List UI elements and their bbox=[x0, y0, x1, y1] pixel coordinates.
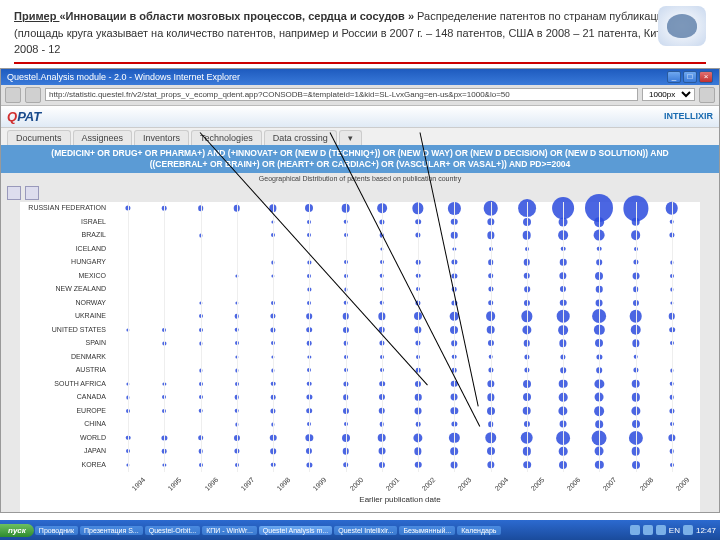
y-label: DENMARK bbox=[71, 353, 106, 360]
x-label: 2006 bbox=[566, 476, 582, 492]
task-item[interactable]: Проводник bbox=[35, 526, 78, 535]
tray-icon[interactable] bbox=[643, 525, 653, 535]
tab-more[interactable]: ▾ bbox=[339, 130, 362, 145]
y-label: JAPAN bbox=[84, 447, 106, 454]
x-label: 2001 bbox=[384, 476, 400, 492]
forward-button[interactable] bbox=[25, 87, 41, 103]
tab-documents[interactable]: Documents bbox=[7, 130, 71, 145]
maximize-button[interactable]: □ bbox=[683, 71, 697, 83]
y-label: RUSSIAN FEDERATION bbox=[28, 204, 106, 211]
tab-inventors[interactable]: Inventors bbox=[134, 130, 189, 145]
address-bar[interactable]: http://statistic.questel.fr/v2/stat_prop… bbox=[45, 88, 638, 101]
y-label: KOREA bbox=[81, 461, 106, 468]
y-label: UNITED STATES bbox=[52, 326, 106, 333]
task-item[interactable]: КПИ - WinWr... bbox=[202, 526, 257, 535]
y-label: ICELAND bbox=[76, 245, 106, 252]
windows-taskbar[interactable]: пуск Проводник Презентация S... Questel-… bbox=[0, 520, 720, 540]
task-item-active[interactable]: Questel Analysis m... bbox=[259, 526, 332, 535]
y-label: ISRAEL bbox=[81, 218, 106, 225]
x-label: 1999 bbox=[312, 476, 328, 492]
y-label: CANADA bbox=[77, 393, 106, 400]
x-label: 1996 bbox=[203, 476, 219, 492]
qpat-logo[interactable]: QPAT bbox=[7, 109, 41, 124]
query-display: (MEDICIN+ OR DRUG+ OR PHARMA+) AND (+INN… bbox=[1, 145, 719, 173]
y-label: MEXICO bbox=[78, 272, 106, 279]
plot-area bbox=[110, 202, 690, 472]
header-title: «Инновации в области мозговых процессов,… bbox=[59, 10, 414, 22]
query-line2: ((CEREBRAL+ OR BRAIN+) OR (HEART+ OR CAR… bbox=[5, 159, 715, 170]
task-item[interactable]: Questel-Orbit... bbox=[145, 526, 200, 535]
export-icon[interactable] bbox=[7, 186, 21, 200]
x-label: 2007 bbox=[602, 476, 618, 492]
zoom-select[interactable]: 1000px bbox=[642, 88, 695, 101]
lang-indicator[interactable]: EN bbox=[669, 526, 680, 535]
red-divider bbox=[14, 62, 706, 64]
browser-window: Questel.Analysis module - 2.0 - Windows … bbox=[0, 68, 720, 513]
y-label: NORWAY bbox=[75, 299, 106, 306]
y-label: EUROPE bbox=[76, 407, 106, 414]
x-label: 2005 bbox=[529, 476, 545, 492]
y-label: SOUTH AFRICA bbox=[54, 380, 106, 387]
task-item[interactable]: Календарь bbox=[457, 526, 500, 535]
tray-icon[interactable] bbox=[683, 525, 693, 535]
x-label: 1997 bbox=[239, 476, 255, 492]
go-button[interactable] bbox=[699, 87, 715, 103]
x-label: 2003 bbox=[457, 476, 473, 492]
chart-subtitle: Geographical Distribution of patents bas… bbox=[1, 173, 719, 184]
start-button[interactable]: пуск bbox=[0, 524, 34, 537]
x-label: 2004 bbox=[493, 476, 509, 492]
y-label: BRAZIL bbox=[81, 231, 106, 238]
app-tabs: Documents Assignees Inventors Technologi… bbox=[1, 128, 719, 145]
tab-technologies[interactable]: Technologies bbox=[191, 130, 262, 145]
y-label: NEW ZEALAND bbox=[55, 285, 106, 292]
close-button[interactable]: × bbox=[699, 71, 713, 83]
app-header: QPAT INTELLIXIR bbox=[1, 106, 719, 128]
y-axis: RUSSIAN FEDERATIONISRAELBRAZILICELANDHUN… bbox=[20, 202, 110, 472]
tray-icon[interactable] bbox=[656, 525, 666, 535]
task-item[interactable]: Questel Intellixir... bbox=[334, 526, 397, 535]
x-label: 2008 bbox=[638, 476, 654, 492]
x-label: 1994 bbox=[131, 476, 147, 492]
header-prefix: Пример bbox=[14, 10, 59, 22]
x-label: 2002 bbox=[421, 476, 437, 492]
x-axis-title: Earlier publication date bbox=[359, 495, 440, 504]
clock[interactable]: 12:47 bbox=[696, 526, 716, 535]
x-label: 2000 bbox=[348, 476, 364, 492]
y-label: CHINA bbox=[84, 420, 106, 427]
y-label: SPAIN bbox=[86, 339, 107, 346]
system-tray[interactable]: EN 12:47 bbox=[630, 525, 720, 535]
tab-datacrossing[interactable]: Data crossing bbox=[264, 130, 337, 145]
y-label: UKRAINE bbox=[75, 312, 106, 319]
window-title: Questel.Analysis module - 2.0 - Windows … bbox=[7, 72, 240, 82]
tab-assignees[interactable]: Assignees bbox=[73, 130, 133, 145]
brain-badge bbox=[658, 6, 706, 46]
back-button[interactable] bbox=[5, 87, 21, 103]
y-label: HUNGARY bbox=[71, 258, 106, 265]
bubble-chart[interactable]: RUSSIAN FEDERATIONISRAELBRAZILICELANDHUN… bbox=[20, 202, 700, 512]
minimize-button[interactable]: _ bbox=[667, 71, 681, 83]
settings-icon[interactable] bbox=[25, 186, 39, 200]
task-item[interactable]: Безымянный... bbox=[399, 526, 455, 535]
x-axis: Earlier publication date 199419951996199… bbox=[110, 474, 690, 504]
x-label: 1995 bbox=[167, 476, 183, 492]
query-line1: (MEDICIN+ OR DRUG+ OR PHARMA+) AND (+INN… bbox=[5, 148, 715, 159]
browser-toolbar: http://statistic.questel.fr/v2/stat_prop… bbox=[1, 85, 719, 106]
y-label: AUSTRIA bbox=[76, 366, 106, 373]
slide-header: Пример «Инновации в области мозговых про… bbox=[0, 0, 720, 62]
x-label: 1998 bbox=[276, 476, 292, 492]
task-item[interactable]: Презентация S... bbox=[80, 526, 143, 535]
y-label: WORLD bbox=[80, 434, 106, 441]
intellixir-brand: INTELLIXIR bbox=[664, 111, 713, 121]
browser-titlebar[interactable]: Questel.Analysis module - 2.0 - Windows … bbox=[1, 69, 719, 85]
x-label: 2009 bbox=[674, 476, 690, 492]
tray-icon[interactable] bbox=[630, 525, 640, 535]
